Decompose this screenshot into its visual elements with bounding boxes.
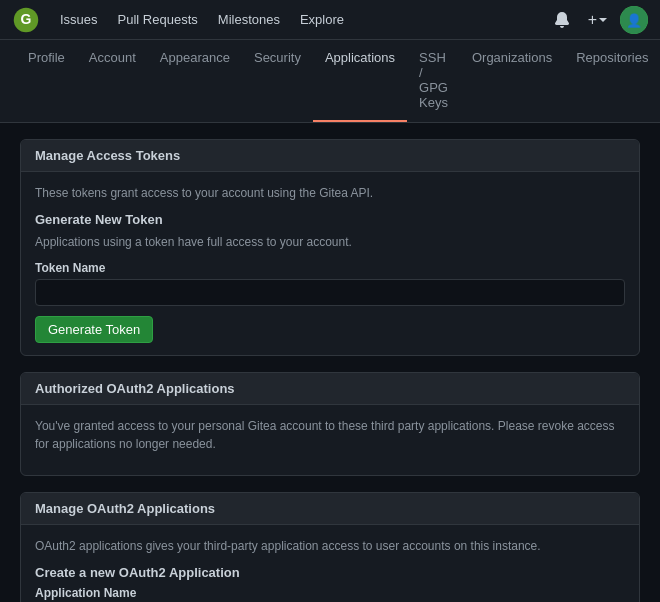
authorized-oauth2-card: Authorized OAuth2 Applications You've gr… [20,372,640,476]
generate-token-button[interactable]: Generate Token [35,316,153,343]
user-avatar[interactable]: 👤 [620,6,648,34]
top-nav-right: + 👤 [548,6,648,34]
authorized-oauth2-header: Authorized OAuth2 Applications [21,373,639,405]
tab-organizations[interactable]: Organizations [460,40,564,122]
app-name-group: Application Name [35,586,625,602]
manage-oauth2-card: Manage OAuth2 Applications OAuth2 applic… [20,492,640,602]
main-content: Manage Access Tokens These tokens grant … [0,123,660,602]
manage-oauth2-header: Manage OAuth2 Applications [21,493,639,525]
token-name-group: Token Name [35,261,625,306]
svg-text:👤: 👤 [626,12,643,29]
tab-account[interactable]: Account [77,40,148,122]
create-oauth2-title: Create a new OAuth2 Application [35,565,625,580]
tab-appearance[interactable]: Appearance [148,40,242,122]
settings-tabs: Profile Account Appearance Security Appl… [0,40,660,123]
nav-milestones[interactable]: Milestones [210,8,288,31]
gitea-logo[interactable]: G [12,6,40,34]
manage-oauth2-body: OAuth2 applications gives your third-par… [21,525,639,602]
tab-repositories[interactable]: Repositories [564,40,660,122]
authorized-oauth2-desc: You've granted access to your personal G… [35,417,625,453]
generate-token-desc: Applications using a token have full acc… [35,233,625,251]
generate-token-title: Generate New Token [35,212,625,227]
authorized-oauth2-body: You've granted access to your personal G… [21,405,639,475]
tab-profile[interactable]: Profile [16,40,77,122]
manage-oauth2-desc: OAuth2 applications gives your third-par… [35,537,625,555]
manage-tokens-card: Manage Access Tokens These tokens grant … [20,139,640,356]
token-name-label: Token Name [35,261,625,275]
app-name-label: Application Name [35,586,625,600]
add-icon[interactable]: + [584,6,612,34]
manage-tokens-header: Manage Access Tokens [21,140,639,172]
notifications-icon[interactable] [548,6,576,34]
manage-tokens-desc: These tokens grant access to your accoun… [35,184,625,202]
tab-security[interactable]: Security [242,40,313,122]
nav-pull-requests[interactable]: Pull Requests [110,8,206,31]
tab-applications[interactable]: Applications [313,40,407,122]
manage-tokens-body: These tokens grant access to your accoun… [21,172,639,355]
tab-ssh-gpg[interactable]: SSH / GPG Keys [407,40,460,122]
token-name-input[interactable] [35,279,625,306]
svg-text:G: G [21,11,32,27]
nav-explore[interactable]: Explore [292,8,352,31]
top-nav: G Issues Pull Requests Milestones Explor… [0,0,660,40]
nav-issues[interactable]: Issues [52,8,106,31]
top-nav-links: Issues Pull Requests Milestones Explore [52,8,548,31]
